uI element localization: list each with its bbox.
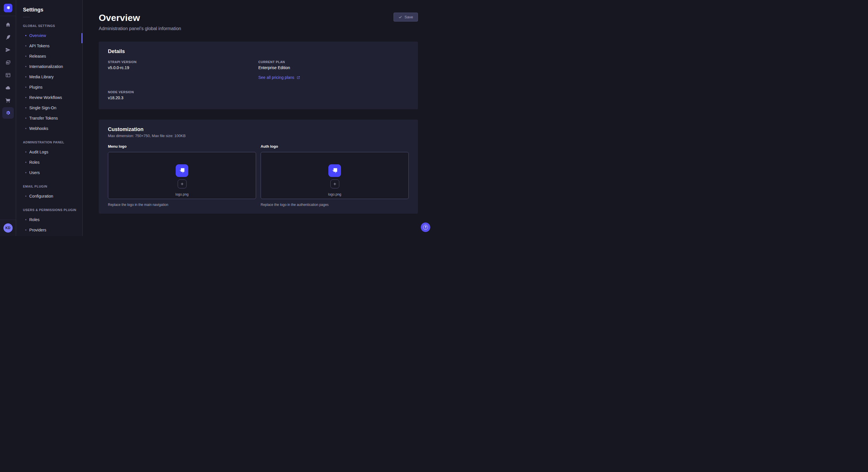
item-label: Overview (29, 33, 46, 38)
section-label: GLOBAL SETTINGS (16, 24, 82, 28)
pricing-plans-link[interactable]: See all pricing plans (258, 75, 300, 80)
upload-label: Menu logo (108, 144, 256, 148)
item-label: API Tokens (29, 43, 50, 48)
bullet-icon (25, 196, 26, 197)
strapi-mark-icon (5, 5, 11, 11)
section-items: Roles Providers (16, 214, 82, 235)
item-label: Users (29, 170, 40, 175)
check-icon (398, 15, 402, 19)
content-manager-button[interactable] (2, 69, 14, 81)
sidebar-item-releases[interactable]: Releases (16, 51, 82, 61)
strapi-version-field: STRAPI VERSION v5.0.0-rc.19 (108, 60, 258, 80)
section-items: Overview API Tokens Releases Internation… (16, 30, 82, 134)
cloud-icon (5, 85, 11, 91)
pictures-icon (5, 60, 11, 65)
plus-icon (333, 182, 337, 186)
bullet-icon (25, 117, 26, 119)
releases-button[interactable] (2, 44, 14, 56)
home-icon (5, 22, 11, 28)
layout-icon (5, 72, 11, 78)
content-builder-button[interactable] (2, 32, 14, 43)
sidebar-item-up-roles[interactable]: Roles (16, 214, 82, 225)
page-subtitle: Administration panel’s global informatio… (99, 26, 181, 31)
user-avatar[interactable]: KD (3, 224, 12, 233)
media-library-button[interactable] (2, 57, 14, 68)
details-card: Details STRAPI VERSION v5.0.0-rc.19 CURR… (99, 42, 418, 109)
customization-card: Customization Max dimension: 750×750, Ma… (99, 120, 418, 214)
sidebar-item-internationalization[interactable]: Internationalization (16, 61, 82, 72)
bullet-icon (25, 35, 26, 36)
auth-logo-dropzone[interactable]: logo.png (260, 152, 409, 199)
avatar-initials: KD (5, 226, 10, 230)
bullet-icon (25, 128, 26, 129)
sidebar-item-review-workflows[interactable]: Review Workflows (16, 92, 82, 103)
sidebar-item-webhooks[interactable]: Webhooks (16, 123, 82, 134)
auth-logo-helper: Replace the logo in the authentication p… (260, 203, 409, 207)
sidebar-item-single-sign-on[interactable]: Single Sign-On (16, 103, 82, 113)
help-button[interactable]: ? (421, 223, 430, 232)
sidebar-item-email-configuration[interactable]: Configuration (16, 191, 82, 201)
item-label: Plugins (29, 85, 42, 90)
bullet-icon (25, 162, 26, 163)
menu-logo-dropzone[interactable]: logo.png (108, 152, 256, 199)
section-global-settings: GLOBAL SETTINGS Overview API Tokens Rele… (16, 24, 82, 134)
settings-button[interactable] (2, 107, 14, 119)
sidebar-item-transfer-tokens[interactable]: Transfer Tokens (16, 113, 82, 123)
upload-label: Auth logo (260, 144, 409, 148)
page-header-text: Overview Administration panel’s global i… (99, 12, 181, 31)
section-users-permissions-plugin: USERS & PERMISSIONS PLUGIN Roles Provide… (16, 208, 82, 235)
sidebar-item-overview[interactable]: Overview (16, 30, 82, 41)
logo-uploads: Menu logo logo.png (108, 144, 409, 207)
sidebar-item-media-library[interactable]: Media Library (16, 72, 82, 82)
menu-logo-helper: Replace the logo in the main navigation (108, 203, 256, 207)
bullet-icon (25, 66, 26, 67)
field-value: v18.20.3 (108, 96, 258, 100)
scrollbar-thumb[interactable] (82, 33, 82, 43)
field-label: CURRENT PLAN (258, 60, 409, 64)
strapi-logo[interactable] (4, 4, 12, 12)
marketplace-button[interactable] (2, 95, 14, 106)
plus-icon (180, 182, 184, 186)
save-button[interactable]: Save (394, 12, 418, 22)
rail-footer: KD (0, 220, 16, 236)
current-plan-field: CURRENT PLAN Enterprise Edition See all … (258, 60, 409, 80)
bullet-icon (25, 45, 26, 46)
pricing-link-label: See all pricing plans (258, 75, 294, 80)
field-label: NODE VERSION (108, 90, 258, 94)
gear-icon (5, 110, 11, 116)
field-label: STRAPI VERSION (108, 60, 258, 64)
add-auth-logo-button[interactable] (330, 179, 339, 189)
field-value: v5.0.0-rc.19 (108, 65, 258, 70)
section-items: Configuration (16, 191, 82, 201)
bullet-icon (25, 229, 26, 231)
bullet-icon (25, 56, 26, 57)
cart-icon (5, 98, 11, 103)
sidebar-item-admin-users[interactable]: Users (16, 167, 82, 178)
home-button[interactable] (2, 19, 14, 30)
section-label: ADMINISTRATION PANEL (16, 140, 82, 144)
field-value: Enterprise Edition (258, 65, 409, 70)
section-administration-panel: ADMINISTRATION PANEL Audit Logs Roles Us… (16, 140, 82, 178)
settings-sidebar-title: Settings (16, 0, 82, 13)
sidebar-item-up-providers[interactable]: Providers (16, 225, 82, 235)
rail-logo-section (0, 0, 16, 16)
bullet-icon (25, 172, 26, 173)
customization-heading: Customization (108, 127, 409, 133)
strapi-mark-icon (178, 166, 186, 175)
auth-logo-filename: logo.png (328, 193, 341, 196)
item-label: Roles (29, 217, 40, 222)
item-label: Media Library (29, 74, 54, 79)
item-label: Internationalization (29, 64, 63, 69)
question-mark-icon: ? (423, 225, 428, 230)
sidebar-item-plugins[interactable]: Plugins (16, 82, 82, 92)
cloud-button[interactable] (2, 82, 14, 94)
item-label: Webhooks (29, 126, 48, 131)
sidebar-item-audit-logs[interactable]: Audit Logs (16, 147, 82, 157)
external-link-icon (297, 76, 300, 79)
customization-subheading: Max dimension: 750×750, Max file size: 1… (108, 134, 409, 138)
sidebar-item-api-tokens[interactable]: API Tokens (16, 41, 82, 51)
item-label: Transfer Tokens (29, 116, 58, 121)
item-label: Audit Logs (29, 150, 48, 154)
sidebar-item-admin-roles[interactable]: Roles (16, 157, 82, 167)
add-menu-logo-button[interactable] (178, 179, 187, 189)
